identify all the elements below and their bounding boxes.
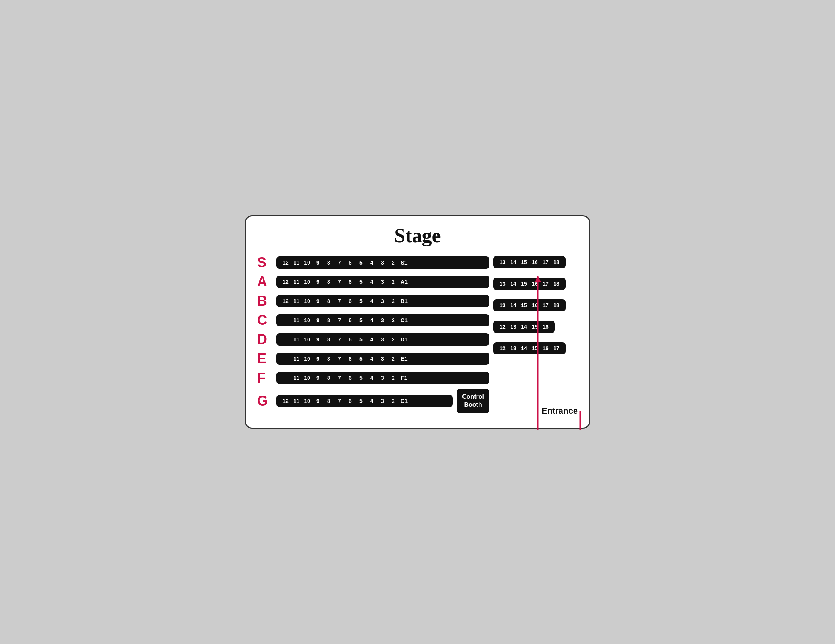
seat[interactable]: E1 <box>399 355 409 363</box>
seat[interactable]: 9 <box>313 259 323 266</box>
seat[interactable]: 17 <box>540 258 551 266</box>
seat[interactable]: 6 <box>345 336 356 343</box>
seat[interactable]: B1 <box>399 297 409 305</box>
seat[interactable]: 18 <box>551 280 562 288</box>
seat[interactable]: 12 <box>280 278 291 286</box>
seat[interactable]: 2 <box>388 397 399 405</box>
seat[interactable]: 3 <box>377 278 388 286</box>
seat[interactable]: 13 <box>508 344 519 352</box>
seat[interactable]: 9 <box>313 397 323 405</box>
seat[interactable]: 4 <box>366 278 377 286</box>
seat[interactable]: 12 <box>280 397 291 405</box>
seat[interactable]: 8 <box>323 278 334 286</box>
seat[interactable]: 4 <box>366 259 377 266</box>
seat[interactable]: 7 <box>334 297 345 305</box>
seat[interactable]: 15 <box>519 301 529 309</box>
seat[interactable]: 12 <box>280 259 291 266</box>
seat[interactable]: 16 <box>529 258 540 266</box>
seat[interactable]: 10 <box>302 355 313 363</box>
seat[interactable]: 6 <box>345 397 356 405</box>
seat[interactable]: 7 <box>334 259 345 266</box>
seat[interactable]: 9 <box>313 316 323 324</box>
seat[interactable]: 7 <box>334 355 345 363</box>
seat[interactable]: 5 <box>356 278 366 286</box>
seat[interactable]: 6 <box>345 297 356 305</box>
seat[interactable]: 8 <box>323 316 334 324</box>
seat[interactable]: 12 <box>280 297 291 305</box>
seat[interactable]: A1 <box>399 278 409 286</box>
seat[interactable]: 12 <box>497 344 508 352</box>
seat[interactable]: 2 <box>388 297 399 305</box>
seat[interactable]: 14 <box>508 301 519 309</box>
seat[interactable]: 11 <box>291 355 302 363</box>
seat[interactable]: 4 <box>366 297 377 305</box>
seat[interactable]: C1 <box>399 316 409 324</box>
seat[interactable]: 6 <box>345 316 356 324</box>
seat[interactable]: 10 <box>302 374 313 382</box>
seat[interactable]: 5 <box>356 297 366 305</box>
seat[interactable]: 11 <box>291 259 302 266</box>
seat[interactable]: 9 <box>313 355 323 363</box>
seat[interactable]: 16 <box>529 280 540 288</box>
seat[interactable]: 9 <box>313 297 323 305</box>
seat[interactable]: 6 <box>345 374 356 382</box>
seat[interactable]: 10 <box>302 397 313 405</box>
seat[interactable]: 7 <box>334 336 345 343</box>
seat[interactable]: 2 <box>388 316 399 324</box>
seat[interactable]: 4 <box>366 397 377 405</box>
seat[interactable]: 12 <box>497 323 508 331</box>
seat[interactable]: 15 <box>519 280 529 288</box>
seat[interactable]: 10 <box>302 278 313 286</box>
seat[interactable]: 11 <box>291 397 302 405</box>
seat[interactable]: 10 <box>302 336 313 343</box>
seat[interactable]: 16 <box>529 301 540 309</box>
seat[interactable]: 5 <box>356 316 366 324</box>
seat[interactable]: 8 <box>323 374 334 382</box>
seat[interactable]: 13 <box>497 280 508 288</box>
seat[interactable]: 7 <box>334 397 345 405</box>
seat[interactable]: 11 <box>291 336 302 343</box>
seat[interactable]: S1 <box>399 259 409 266</box>
seat[interactable]: 14 <box>508 280 519 288</box>
seat[interactable]: 6 <box>345 355 356 363</box>
seat[interactable]: 5 <box>356 374 366 382</box>
seat[interactable]: 5 <box>356 355 366 363</box>
seat[interactable]: 16 <box>540 323 551 331</box>
seat[interactable]: 15 <box>519 258 529 266</box>
seat[interactable]: 15 <box>529 323 540 331</box>
seat[interactable]: 13 <box>497 258 508 266</box>
seat[interactable]: 2 <box>388 355 399 363</box>
seat[interactable]: 15 <box>529 344 540 352</box>
seat[interactable]: 3 <box>377 374 388 382</box>
seat[interactable]: 2 <box>388 278 399 286</box>
seat[interactable]: 9 <box>313 278 323 286</box>
seat[interactable]: 18 <box>551 258 562 266</box>
seat[interactable]: 11 <box>291 297 302 305</box>
seat[interactable]: 2 <box>388 374 399 382</box>
seat[interactable]: 17 <box>551 344 562 352</box>
seat[interactable]: 8 <box>323 336 334 343</box>
seat[interactable]: 10 <box>302 316 313 324</box>
seat[interactable]: 7 <box>334 374 345 382</box>
seat[interactable]: G1 <box>399 397 409 405</box>
seat[interactable]: 13 <box>497 301 508 309</box>
seat[interactable]: 8 <box>323 355 334 363</box>
seat[interactable]: 3 <box>377 336 388 343</box>
seat[interactable]: D1 <box>399 336 409 343</box>
seat[interactable]: 6 <box>345 278 356 286</box>
seat[interactable]: 7 <box>334 278 345 286</box>
seat[interactable]: 11 <box>291 374 302 382</box>
seat[interactable]: 5 <box>356 259 366 266</box>
seat[interactable]: 5 <box>356 336 366 343</box>
seat[interactable]: 11 <box>291 316 302 324</box>
seat[interactable]: 3 <box>377 316 388 324</box>
seat[interactable]: 17 <box>540 280 551 288</box>
seat[interactable]: 3 <box>377 397 388 405</box>
seat[interactable]: 9 <box>313 374 323 382</box>
seat[interactable]: F1 <box>399 374 409 382</box>
seat[interactable]: 16 <box>540 344 551 352</box>
seat[interactable]: 14 <box>519 323 529 331</box>
seat[interactable]: 9 <box>313 336 323 343</box>
seat[interactable]: 14 <box>508 258 519 266</box>
seat[interactable]: 8 <box>323 397 334 405</box>
